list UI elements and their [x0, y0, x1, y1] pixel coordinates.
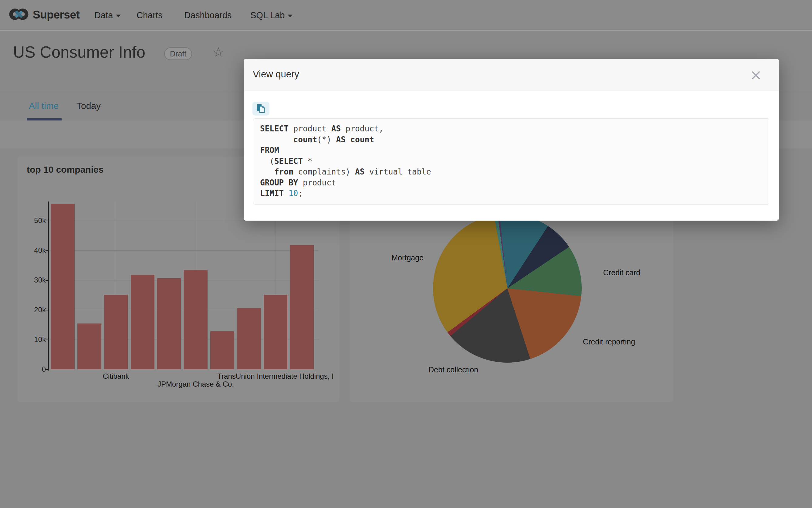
nav-item-label: Charts: [136, 10, 162, 20]
pie-slice-label: Credit reporting: [583, 337, 635, 346]
sql-code: SELECT product AS product, count(*) AS c…: [260, 124, 762, 199]
bar-3[interactable]: [104, 295, 128, 369]
tab-all-time[interactable]: All time: [29, 101, 58, 111]
pie-slice-label: Debt collection: [428, 365, 478, 374]
gridline: [49, 250, 319, 251]
dashboard-screen: Superset Data Charts Dashboards SQL Lab …: [0, 0, 812, 508]
close-icon[interactable]: [751, 70, 761, 81]
y-tick: [45, 280, 48, 281]
y-tick-label: 40k: [22, 246, 46, 255]
favorite-star-icon[interactable]: ☆: [212, 44, 224, 60]
view-query-modal: View query SELECT product AS product, co…: [244, 59, 779, 221]
x-tick-label: TransUnion Intermediate Holdings, I: [197, 372, 354, 381]
y-tick-label: 0: [22, 365, 46, 374]
y-tick: [45, 250, 48, 251]
navbar: Superset Data Charts Dashboards SQL Lab: [0, 0, 812, 31]
page-title: US Consumer Info: [13, 43, 145, 61]
y-tick-label: 50k: [22, 216, 46, 225]
nav-item-label: Dashboards: [184, 10, 231, 20]
copy-icon: [256, 103, 265, 114]
y-tick-label: 30k: [22, 276, 46, 284]
superset-logo-icon: [9, 6, 29, 24]
bar-1[interactable]: [51, 204, 75, 369]
bar-2[interactable]: [77, 324, 101, 369]
bar-7[interactable]: [210, 331, 234, 369]
chevron-down-icon: [288, 14, 293, 17]
y-tick: [45, 340, 48, 340]
nav-item-charts[interactable]: Charts: [136, 0, 162, 30]
bar-6[interactable]: [184, 270, 208, 369]
chevron-down-icon: [116, 14, 121, 17]
nav-item-label: Data: [94, 10, 113, 20]
bar-8[interactable]: [237, 308, 261, 369]
y-axis: [48, 202, 49, 371]
y-tick: [45, 369, 48, 370]
bar-9[interactable]: [264, 295, 287, 369]
nav-item-label: SQL Lab: [250, 10, 285, 20]
pie-slice-label: Mortgage: [391, 253, 424, 262]
bar-4[interactable]: [131, 275, 155, 369]
sql-query-box[interactable]: SELECT product AS product, count(*) AS c…: [253, 118, 769, 205]
pie-chart[interactable]: [433, 214, 582, 363]
pie-slice-label: Credit card: [603, 268, 640, 277]
y-tick: [45, 310, 48, 310]
gridline: [49, 221, 319, 221]
copy-query-button[interactable]: [252, 102, 269, 116]
y-tick-label: 20k: [22, 306, 46, 314]
bar-5[interactable]: [157, 278, 181, 369]
nav-item-sqllab[interactable]: SQL Lab: [250, 0, 293, 30]
x-tick-label: Citibank: [71, 372, 162, 381]
modal-title: View query: [253, 69, 299, 80]
y-tick: [45, 221, 48, 221]
superset-brand[interactable]: Superset: [9, 6, 80, 24]
bar-10[interactable]: [290, 245, 314, 369]
x-tick-label: JPMorgan Chase & Co.: [150, 380, 241, 388]
y-tick-label: 10k: [22, 335, 46, 344]
status-badge: Draft: [164, 47, 192, 60]
modal-header: View query: [244, 59, 779, 91]
active-tab-indicator: [27, 118, 61, 121]
tab-today[interactable]: Today: [77, 101, 101, 111]
brand-text: Superset: [33, 8, 80, 21]
nav-item-dashboards[interactable]: Dashboards: [184, 0, 231, 30]
nav-item-data[interactable]: Data: [94, 0, 121, 30]
